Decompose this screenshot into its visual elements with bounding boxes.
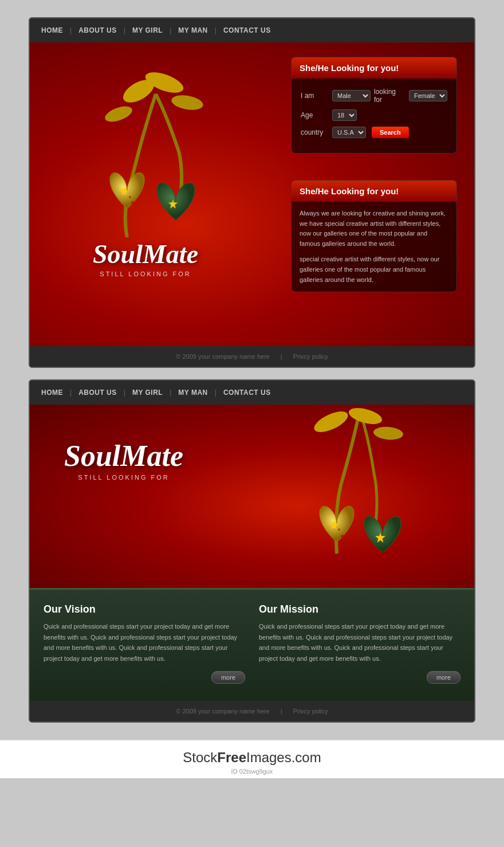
nav-sep-2d: | [215,389,216,397]
svg-point-7 [129,196,131,198]
age-label: Age [301,111,332,119]
search-row-country: country U.S.A UK Search [301,127,447,138]
footer-sep-1: | [281,353,282,360]
svg-point-8 [137,199,140,201]
nav-mygirl-2[interactable]: My Girl [132,389,163,397]
lookingfor-select[interactable]: Female Male [409,90,447,101]
hearts-illustration-1 [64,60,247,266]
watermark-free: Free [217,750,246,765]
nav-sep-1d: | [215,26,216,34]
svg-point-10 [347,405,384,428]
nav-contact-2[interactable]: CONTACT US [223,389,271,397]
nav-sep-1c: | [170,26,171,34]
brand-tagline-2: STILL LOOKING FOR [64,474,183,481]
nav-sep-2a: | [70,389,72,397]
search-row-age: Age 18 19 20 [301,109,447,121]
watermark-id: ID 02tswg9gux [0,768,504,775]
search-button-1[interactable]: Search [372,127,409,138]
mission-text: Quick and professional steps start your … [259,621,460,664]
info-para-2: special creative artist with different s… [300,254,448,285]
search-box-1: She/He Looking for you! I am Male Female… [291,57,457,154]
nav-sep-1b: | [124,26,125,34]
watermark-bar: StockFreeImages.com ID 02tswg9gux [0,740,504,778]
hero-section-1: SoulMate STILL LOOKING FOR She/He Lookin… [30,42,474,346]
content-section-2: Our Vision Quick and professional steps … [30,588,474,701]
nav-home-2[interactable]: HOME [41,389,63,397]
age-select[interactable]: 18 19 20 [332,109,357,121]
svg-point-14 [341,535,344,538]
nav-myman-2[interactable]: My Man [178,389,207,397]
footer-copyright-2: © 2009 your company name here [176,708,269,715]
country-select[interactable]: U.S.A UK [332,127,366,138]
nav-home-1[interactable]: HOME [41,26,63,34]
nav-bar-2: HOME | ABOUT US | My Girl | My Man | CON… [30,381,474,405]
iam-select[interactable]: Male Female [332,90,371,101]
search-row-iam: I am Male Female looking for Female Male [301,88,447,104]
brand-text-2: SoulMate STILL LOOKING FOR [64,439,183,481]
svg-point-3 [103,103,135,125]
info-box-title-1: She/He Looking for you! [292,181,456,202]
vision-text: Quick and professional steps start your … [44,621,245,664]
brand-name-1: SoulMate [93,239,198,269]
watermark-stock: Stock [183,750,217,765]
iam-label: I am [301,92,332,100]
svg-point-9 [312,407,351,437]
hero-section-2: SoulMate STILL LOOKING FOR [30,405,474,588]
brand-name-2: SoulMate [64,439,183,473]
brand-text-1: SoulMate STILL LOOKING FOR [93,239,198,277]
footer-privacy-1[interactable]: Privcy policy [293,353,328,360]
nav-bar-1: HOME | ABOUT US | My Girl | My Man | CON… [30,18,474,42]
search-box-title-1: She/He Looking for you! [292,57,456,79]
vision-title: Our Vision [44,603,245,615]
nav-sep-1a: | [70,26,72,34]
mission-more-button[interactable]: more [427,671,460,684]
info-para-1: Always we are looking for creative and s… [300,209,448,249]
search-form-1: I am Male Female looking for Female Male… [292,88,456,138]
info-box-1: She/He Looking for you! Always we are lo… [291,180,457,292]
vision-col: Our Vision Quick and professional steps … [44,603,245,684]
footer-sep-2: | [281,708,282,715]
footer-2: © 2009 your company name here | Privcy p… [30,701,474,721]
nav-sep-2b: | [124,389,125,397]
footer-privacy-2[interactable]: Privcy policy [293,708,328,715]
nav-about-2[interactable]: ABOUT US [78,389,117,397]
nav-myman-1[interactable]: My Man [178,26,207,34]
watermark-logo: StockFreeImages.com [0,750,504,766]
vision-more-button[interactable]: more [211,671,245,684]
nav-contact-1[interactable]: CONTACT US [223,26,271,34]
svg-point-11 [373,426,404,441]
footer-1: © 2009 your company name here | Privcy p… [30,346,474,367]
brand-tagline-1: STILL LOOKING FOR [93,270,198,277]
mission-col: Our Mission Quick and professional steps… [259,603,460,684]
lookingfor-label: looking for [374,88,405,104]
footer-copyright-1: © 2009 your company name here [176,353,269,360]
info-box-body-1: Always we are looking for creative and s… [292,202,456,292]
site-frame-2: HOME | ABOUT US | My Girl | My Man | CON… [29,379,475,723]
nav-sep-2c: | [170,389,171,397]
nav-about-1[interactable]: ABOUT US [78,26,117,34]
hearts-illustration-2 [268,405,451,588]
svg-point-2 [170,93,204,112]
country-label: country [301,128,332,136]
mission-title: Our Mission [259,603,460,615]
svg-point-6 [131,201,135,205]
svg-point-15 [338,528,340,531]
nav-mygirl-1[interactable]: My Girl [132,26,163,34]
site-frame-1: HOME | ABOUT US | My Girl | My Man | CON… [29,17,475,368]
watermark-images: Images.com [246,750,321,765]
